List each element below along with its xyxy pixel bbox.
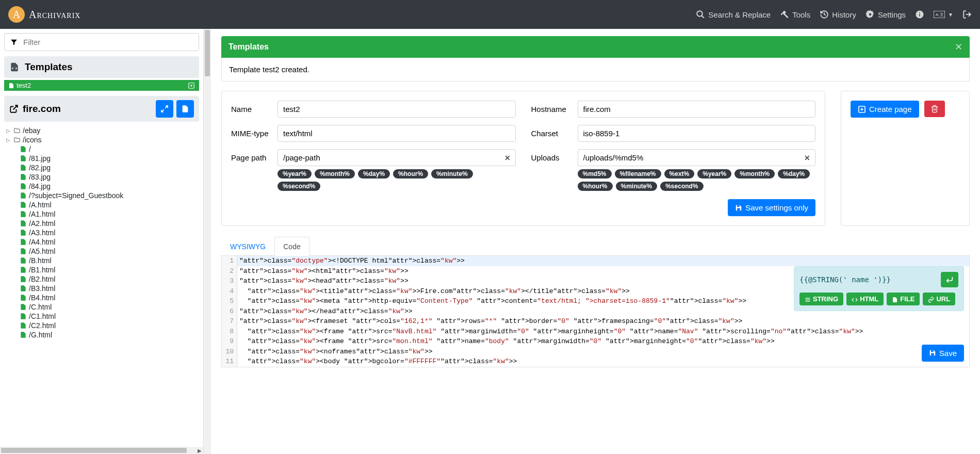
page-path-input[interactable]: [277, 149, 516, 166]
insert-file-button[interactable]: FILE: [887, 293, 920, 305]
page-path-label: Page path: [231, 153, 277, 162]
nav-settings[interactable]: Settings: [865, 10, 906, 19]
insert-expression-input[interactable]: [799, 272, 937, 287]
tree-file[interactable]: /81.jpg: [6, 154, 199, 163]
file-icon: [20, 303, 27, 311]
expand-button[interactable]: [156, 100, 173, 118]
tree-file[interactable]: /B.html: [6, 256, 199, 265]
hostname-input[interactable]: [578, 101, 816, 118]
tree-file[interactable]: /A2.html: [6, 219, 199, 228]
token-tag[interactable]: %hour%: [578, 182, 613, 191]
token-tag[interactable]: %md5%: [578, 169, 612, 179]
name-input[interactable]: [277, 101, 516, 118]
nav-language[interactable]: A文 ▼: [934, 11, 953, 18]
tree-file[interactable]: /A5.html: [6, 247, 199, 256]
token-tag[interactable]: %ext%: [664, 169, 695, 179]
code-text: "attr">class="doctype"><!DOCTYPE html"at…: [237, 256, 465, 266]
template-item[interactable]: test2: [4, 80, 199, 91]
templates-header[interactable]: Templates: [4, 56, 199, 78]
save-button[interactable]: Save: [922, 345, 964, 362]
nav-search-replace[interactable]: Search & Replace: [696, 10, 771, 19]
insert-url-button[interactable]: URL: [923, 293, 955, 305]
nav-history[interactable]: History: [820, 10, 856, 19]
tree-file[interactable]: /C.html: [6, 302, 199, 312]
code-line[interactable]: 7"attr">class="kw"><frameset "attr">cols…: [222, 316, 969, 327]
tree-file[interactable]: /C2.html: [6, 321, 199, 330]
code-text: "attr">class="kw"><title"attr">class="kw…: [237, 286, 630, 297]
token-tag[interactable]: %day%: [358, 169, 390, 179]
tab-code[interactable]: Code: [274, 237, 309, 256]
file-icon: [20, 192, 27, 199]
string-icon: [805, 295, 811, 303]
uploads-input[interactable]: [578, 149, 816, 166]
tree-file[interactable]: /: [6, 144, 199, 154]
tree-label: /A2.html: [29, 219, 55, 228]
filter-input[interactable]: [23, 38, 193, 46]
tree-file[interactable]: /A.html: [6, 200, 199, 209]
uploads-label: Uploads: [531, 153, 578, 162]
tree-file[interactable]: /G.html: [6, 330, 199, 339]
close-icon[interactable]: ✕: [955, 41, 962, 53]
token-tag[interactable]: %minute%: [616, 182, 658, 191]
tree-file[interactable]: /83.jpg: [6, 172, 199, 182]
clear-icon[interactable]: ✕: [504, 154, 511, 162]
code-line[interactable]: 11 "attr">class="kw"><body "attr">bgcolo…: [222, 356, 969, 367]
tree-label: /B4.html: [29, 294, 55, 302]
token-tag[interactable]: %second%: [660, 182, 703, 191]
search-icon: [696, 10, 705, 19]
sidebar: Templates test2 fire.com: [0, 29, 204, 454]
clear-icon[interactable]: ✕: [804, 154, 810, 162]
sidebar-vscroll[interactable]: [204, 29, 211, 454]
nav-tools[interactable]: Tools: [780, 10, 810, 19]
token-tag[interactable]: %day%: [778, 169, 810, 179]
charset-input[interactable]: [578, 125, 816, 142]
token-tag[interactable]: %month%: [315, 169, 355, 179]
token-tag[interactable]: %year%: [277, 169, 312, 179]
filter-box[interactable]: [4, 33, 199, 51]
token-tag[interactable]: %hour%: [393, 169, 428, 179]
token-tag[interactable]: %filename%: [615, 169, 661, 179]
insert-string-button[interactable]: STRING: [799, 293, 843, 305]
tree-file[interactable]: /C1.html: [6, 312, 199, 321]
create-page-button[interactable]: Create page: [851, 101, 919, 118]
code-line[interactable]: 10 "attr">class="kw"><noframes"attr">cla…: [222, 347, 969, 357]
tree-label: /A5.html: [29, 247, 55, 255]
tree-folder[interactable]: ▷/ebay: [6, 126, 199, 135]
tab-wysiwyg[interactable]: WYSIWYG: [221, 237, 274, 256]
nav-info[interactable]: [915, 10, 924, 19]
tree-file[interactable]: /A3.html: [6, 228, 199, 237]
save-settings-button[interactable]: Save settings only: [728, 199, 815, 216]
tree-file[interactable]: /B3.html: [6, 284, 199, 293]
tree-file[interactable]: /B1.html: [6, 265, 199, 274]
mime-input[interactable]: [277, 125, 516, 142]
insert-html-button[interactable]: HTML: [846, 293, 884, 305]
token-tag[interactable]: %year%: [697, 169, 731, 179]
plus-box-icon[interactable]: [188, 82, 195, 89]
domain-name[interactable]: fire.com: [23, 103, 61, 115]
tree-file[interactable]: /82.jpg: [6, 163, 199, 172]
insert-submit-button[interactable]: [941, 272, 958, 287]
token-tag[interactable]: %month%: [734, 169, 775, 179]
tree-file[interactable]: /?subject=Signed_Guestbook: [6, 191, 199, 200]
name-label: Name: [231, 105, 277, 113]
tree-file[interactable]: /A4.html: [6, 237, 199, 247]
svg-point-0: [697, 11, 703, 17]
tree-file[interactable]: /B2.html: [6, 274, 199, 284]
brand[interactable]: A Archivarix: [8, 6, 80, 23]
token-tag[interactable]: %second%: [277, 182, 320, 191]
tree-file[interactable]: /B4.html: [6, 293, 199, 302]
delete-button[interactable]: [924, 101, 945, 117]
code-line[interactable]: 9 "attr">class="kw"><frame "attr">src="m…: [222, 336, 969, 347]
new-file-button[interactable]: [176, 100, 194, 118]
tree-file[interactable]: /A1.html: [6, 209, 199, 219]
code-line[interactable]: 8 "attr">class="kw"><frame "attr">src="N…: [222, 327, 969, 337]
tree-file[interactable]: /84.jpg: [6, 182, 199, 191]
tree-folder[interactable]: ▷/icons: [6, 135, 199, 144]
code-editor[interactable]: 1"attr">class="doctype"><!DOCTYPE html"a…: [221, 256, 970, 367]
external-link-icon[interactable]: [9, 104, 19, 113]
nav-logout[interactable]: [962, 10, 972, 19]
token-tag[interactable]: %minute%: [431, 169, 473, 179]
sidebar-hscroll[interactable]: ▶: [0, 447, 203, 454]
code-line[interactable]: 1"attr">class="doctype"><!DOCTYPE html"a…: [222, 256, 969, 266]
tree-label: /B.html: [29, 256, 52, 265]
